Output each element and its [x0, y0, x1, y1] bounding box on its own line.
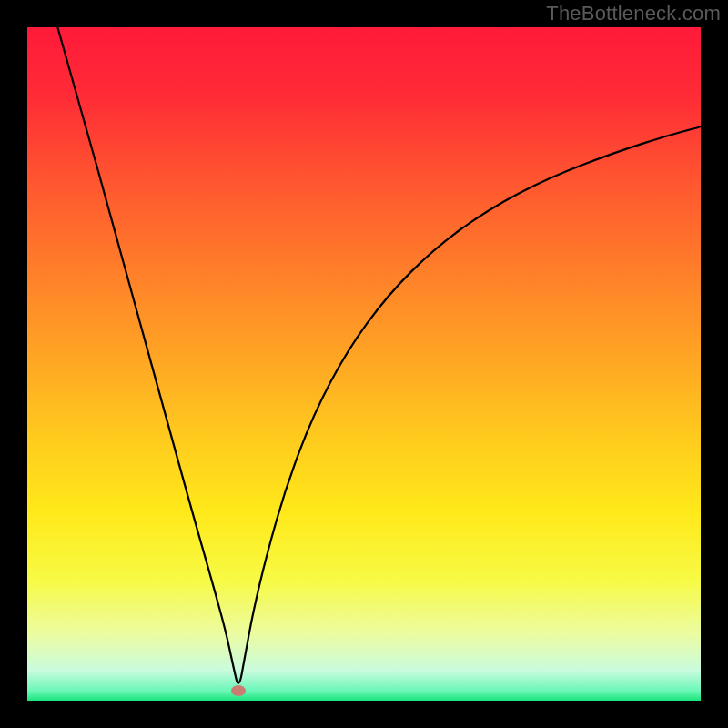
plot-area [27, 27, 701, 701]
chart-frame: TheBottleneck.com [0, 0, 728, 728]
optimal-point-marker [231, 685, 246, 696]
bottleneck-curve [27, 27, 701, 701]
watermark-text: TheBottleneck.com [546, 2, 721, 25]
